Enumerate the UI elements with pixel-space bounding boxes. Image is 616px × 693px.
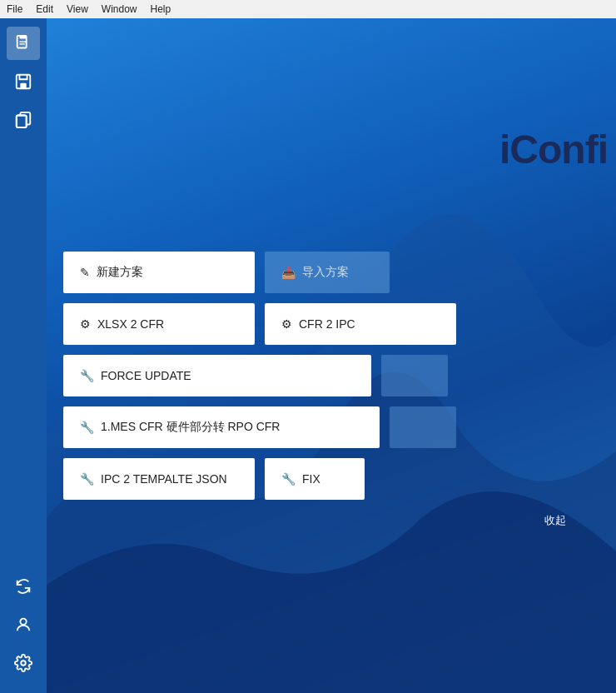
import-plan-label: 导入方案 <box>302 265 349 280</box>
force-update-button[interactable]: 🔧 FORCE UPDATE <box>63 355 371 396</box>
buttons-container: ✎ 新建方案 📥 导入方案 ⚙ XLSX 2 CFR ⚙ CFR 2 IPC <box>63 252 616 528</box>
row3-btn2[interactable] <box>381 355 448 396</box>
sidebar-document-icon[interactable] <box>7 27 40 60</box>
ipc-template-button[interactable]: 🔧 IPC 2 TEMPALTE JSON <box>63 458 255 500</box>
sidebar-user-icon[interactable] <box>7 608 40 641</box>
import-icon: 📥 <box>281 266 296 279</box>
sidebar-save-icon[interactable] <box>7 65 40 98</box>
svg-point-10 <box>21 661 26 666</box>
app-title: iConfi <box>499 127 616 172</box>
new-plan-label: 新建方案 <box>97 265 143 280</box>
force-update-icon: 🔧 <box>80 369 94 382</box>
mes-cfr-label: 1.MES CFR 硬件部分转 RPO CFR <box>101 420 280 435</box>
svg-rect-5 <box>20 83 26 88</box>
menubar: File Edit View Window Help <box>0 0 616 18</box>
import-plan-button[interactable]: 📥 导入方案 <box>265 252 390 293</box>
menu-window[interactable]: Window <box>102 3 137 15</box>
cfr-ipc-button[interactable]: ⚙ CFR 2 IPC <box>265 303 456 345</box>
button-row-1: ✎ 新建方案 📥 导入方案 <box>63 252 616 293</box>
cfr-ipc-label: CFR 2 IPC <box>299 317 355 331</box>
ipc-template-icon: 🔧 <box>80 472 94 486</box>
sidebar-copy-icon[interactable] <box>7 103 40 137</box>
sidebar-settings-icon[interactable] <box>7 646 40 680</box>
sidebar-refresh-icon[interactable] <box>7 570 40 603</box>
menu-edit[interactable]: Edit <box>36 3 53 15</box>
sidebar <box>0 18 47 693</box>
svg-point-9 <box>20 619 26 625</box>
svg-rect-7 <box>17 116 27 128</box>
collapse-button[interactable]: 收起 <box>544 513 566 528</box>
mes-cfr-button[interactable]: 🔧 1.MES CFR 硬件部分转 RPO CFR <box>63 406 380 448</box>
button-row-2: ⚙ XLSX 2 CFR ⚙ CFR 2 IPC <box>63 303 616 345</box>
force-update-label: FORCE UPDATE <box>101 369 191 382</box>
ipc-template-label: IPC 2 TEMPALTE JSON <box>101 472 227 486</box>
svg-rect-1 <box>19 36 26 39</box>
button-row-4: 🔧 1.MES CFR 硬件部分转 RPO CFR <box>63 406 616 448</box>
new-plan-icon: ✎ <box>80 266 90 279</box>
cfr-ipc-icon: ⚙ <box>281 317 292 331</box>
collapse-row: 收起 <box>63 513 616 528</box>
app-container: iConfi ✎ 新建方案 📥 导入方案 ⚙ XLSX 2 CFR <box>0 18 616 693</box>
fix-label: FIX <box>302 472 320 486</box>
button-row-5: 🔧 IPC 2 TEMPALTE JSON 🔧 FIX <box>63 458 616 500</box>
xlsx-cfr-button[interactable]: ⚙ XLSX 2 CFR <box>63 303 255 345</box>
fix-button[interactable]: 🔧 FIX <box>265 458 365 500</box>
main-content: iConfi ✎ 新建方案 📥 导入方案 ⚙ XLSX 2 CFR <box>47 18 616 693</box>
menu-help[interactable]: Help <box>151 3 171 15</box>
sidebar-bottom <box>7 570 40 693</box>
new-plan-button[interactable]: ✎ 新建方案 <box>63 252 255 293</box>
fix-icon: 🔧 <box>281 472 296 486</box>
menu-file[interactable]: File <box>7 3 22 15</box>
button-row-3: 🔧 FORCE UPDATE <box>63 355 616 396</box>
xlsx-cfr-icon: ⚙ <box>80 317 91 331</box>
mes-cfr-icon: 🔧 <box>80 421 94 434</box>
menu-view[interactable]: View <box>67 3 88 15</box>
xlsx-cfr-label: XLSX 2 CFR <box>97 317 164 331</box>
row4-btn2[interactable] <box>390 406 456 448</box>
